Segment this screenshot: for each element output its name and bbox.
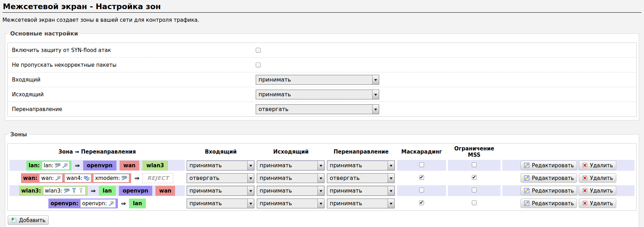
setting-checkbox[interactable] xyxy=(256,48,261,53)
zones-table-container: Зона ⇒ Перенаправления Входящий Исходящи… xyxy=(7,143,637,211)
col-header-masquerading: Маскарадинг xyxy=(397,145,446,158)
dropdown-arrow-icon xyxy=(317,174,324,183)
zone-input-select[interactable]: принимать xyxy=(187,161,254,170)
dropdown-arrow-icon xyxy=(247,174,254,183)
button-label: Редактировать xyxy=(532,188,574,194)
edit-zone-button[interactable]: Редактировать xyxy=(521,199,577,208)
zone-badge: openvpn:openvpn: xyxy=(48,199,118,208)
add-zone-button[interactable]: Добавить xyxy=(8,215,49,225)
zone-forward-select[interactable]: принимать xyxy=(327,186,395,196)
forward-zone-badge: lan xyxy=(99,186,116,196)
select-value: принимать xyxy=(327,199,388,208)
select-value: принимать xyxy=(187,187,247,195)
forward-arrow: ⇒ xyxy=(91,187,96,194)
page-description: Межсетевой экран создает зоны в вашей се… xyxy=(2,17,642,23)
switch-icon xyxy=(55,163,61,168)
general-settings-section: Основные настройки Включить защиту от SY… xyxy=(5,30,639,121)
forward-zone-badge: wan xyxy=(120,161,140,170)
settings-row: Исходящийпринимать xyxy=(8,87,636,102)
add-zone-row: Добавить xyxy=(8,215,637,225)
forward-zone-badge: lan xyxy=(129,199,146,208)
delete-zone-button[interactable]: Удалить xyxy=(579,199,616,208)
button-label: Удалить xyxy=(590,175,613,181)
setting-label: Перенаправление xyxy=(12,106,256,112)
delete-zone-button[interactable]: Удалить xyxy=(579,186,616,195)
forward-zone-badge: wan xyxy=(155,186,175,196)
select-value: отвергать xyxy=(256,105,372,114)
zone-row: wlan3:wlan3:⇒lanopenvpnwanприниматьприни… xyxy=(9,185,635,196)
zone-output-select[interactable]: принимать xyxy=(257,186,324,196)
select-value: отвергать xyxy=(187,174,247,182)
setting-control: отвергать xyxy=(256,104,632,114)
forward-arrow: ⇒ xyxy=(134,175,139,182)
settings-row: Входящийпринимать xyxy=(8,72,636,87)
edit-zone-button[interactable]: Редактировать xyxy=(521,173,577,183)
zone-forward-select[interactable]: отвергать xyxy=(327,173,395,183)
setting-label: Не пропускать некорректные пакеты xyxy=(12,62,256,68)
network-label: lan: xyxy=(43,162,53,169)
setting-control: принимать xyxy=(256,90,632,99)
ethernet-icon xyxy=(55,175,61,181)
setting-label: Исходящий xyxy=(12,91,256,98)
setting-label: Включить защиту от SYN-flood атак xyxy=(12,47,256,53)
zone-input-select[interactable]: принимать xyxy=(187,186,254,196)
zone-name: lan: xyxy=(28,162,40,169)
setting-control: принимать xyxy=(256,75,632,85)
zones-header-row: Зона ⇒ Перенаправления Входящий Исходящи… xyxy=(9,145,635,158)
switch-icon xyxy=(64,188,70,194)
mss-clamping-checkbox[interactable] xyxy=(472,162,477,167)
delete-zone-button[interactable]: Удалить xyxy=(579,173,616,183)
ethernet-icon xyxy=(108,201,114,206)
computers-icon xyxy=(84,175,89,181)
zone-output-select[interactable]: принимать xyxy=(257,173,324,183)
delete-zone-button[interactable]: Удалить xyxy=(579,161,616,170)
dropdown-arrow-icon xyxy=(317,186,324,195)
network-label: wlan3: xyxy=(45,188,62,194)
masquerade-checkbox[interactable] xyxy=(419,175,424,180)
zone-output-select[interactable]: принимать xyxy=(257,161,324,170)
zone-forward-select[interactable]: принимать xyxy=(327,161,395,170)
dropdown-arrow-icon xyxy=(388,161,394,170)
select-value: принимать xyxy=(257,199,317,208)
dropdown-arrow-icon xyxy=(317,199,324,208)
setting-select[interactable]: принимать xyxy=(256,75,379,85)
mss-clamping-checkbox[interactable] xyxy=(472,175,477,180)
setting-select[interactable]: отвергать xyxy=(256,104,379,114)
zone-input-select[interactable]: отвергать xyxy=(187,173,254,183)
select-value: принимать xyxy=(256,76,372,84)
select-value: принимать xyxy=(257,187,317,195)
delete-icon xyxy=(582,175,588,181)
masquerade-checkbox[interactable] xyxy=(419,200,424,205)
button-label: Редактировать xyxy=(532,162,574,169)
button-label: Удалить xyxy=(590,162,613,169)
setting-select[interactable]: принимать xyxy=(256,90,379,99)
masquerade-checkbox[interactable] xyxy=(419,162,424,167)
select-value: принимать xyxy=(327,187,388,195)
mss-clamping-checkbox[interactable] xyxy=(472,200,477,205)
zone-output-select[interactable]: принимать xyxy=(257,199,324,208)
zones-section: Зоны Зона ⇒ Перенаправления Входящий Исх… xyxy=(5,131,639,227)
button-label: Удалить xyxy=(590,200,613,207)
col-header-forward: Перенаправление xyxy=(327,145,395,158)
dropdown-arrow-icon xyxy=(247,161,254,170)
masquerade-checkbox[interactable] xyxy=(419,188,424,193)
delete-icon xyxy=(582,162,588,168)
zone-name: wan: xyxy=(23,175,38,181)
zone-forward-select[interactable]: принимать xyxy=(327,199,395,208)
network-box: wan4: xyxy=(65,174,91,182)
forward-arrow: ⇒ xyxy=(75,162,80,169)
edit-zone-button[interactable]: Редактировать xyxy=(521,186,577,195)
select-value: отвергать xyxy=(327,174,388,182)
mss-clamping-checkbox[interactable] xyxy=(472,188,477,193)
setting-checkbox[interactable] xyxy=(256,63,261,67)
zone-input-select[interactable]: принимать xyxy=(187,199,254,208)
general-settings-table: Включить защиту от SYN-flood атакНе проп… xyxy=(7,43,637,117)
network-label: wan4: xyxy=(66,175,82,181)
setting-control xyxy=(256,48,632,53)
select-value: принимать xyxy=(257,161,317,170)
dropdown-arrow-icon xyxy=(388,174,394,183)
edit-zone-button[interactable]: Редактировать xyxy=(521,161,577,170)
col-header-zone-forwardings: Зона ⇒ Перенаправления xyxy=(9,145,185,158)
zone-row: lan:lan:⇒openvpnwanwlan3приниматьпринима… xyxy=(9,160,635,171)
network-label: wan: xyxy=(41,175,54,181)
